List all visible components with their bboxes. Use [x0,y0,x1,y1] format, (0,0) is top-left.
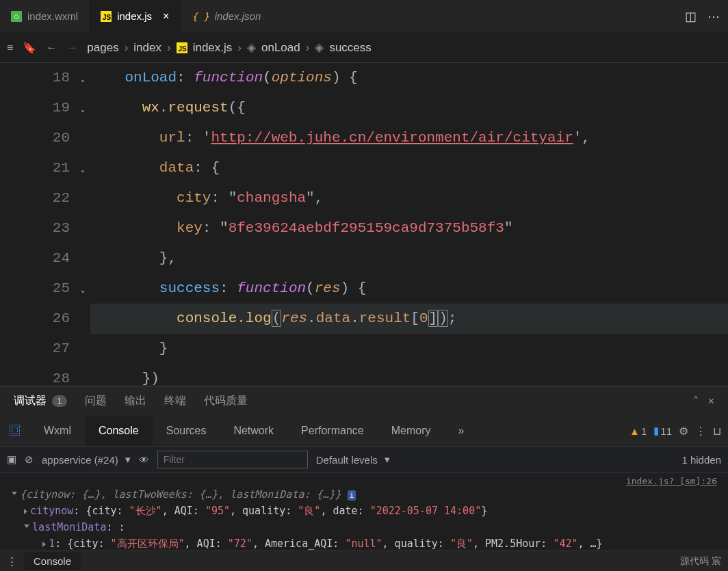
dock-icon[interactable]: ⊔ [713,425,721,438]
cube-icon: ◈ [315,40,324,55]
breadcrumb-item[interactable]: onLoad [261,41,300,55]
console-row[interactable]: lastMoniData: : [5,519,723,535]
toggle-sidebar-icon[interactable]: ▣ [7,453,16,466]
close-icon[interactable]: × [163,10,169,23]
list-icon[interactable]: ≡ [7,42,13,54]
devtab-memory[interactable]: Memory [378,416,445,446]
devtools-tab-bar: ⿴ Wxml Console Sources Network Performan… [0,416,728,446]
context-selector[interactable]: appservice (#24) ▾ [42,453,131,466]
breadcrumb-item[interactable]: pages [87,41,118,55]
editor-tab-bar: ◇ index.wxml JS index.js × { } index.jso… [0,0,728,33]
chevron-down-icon: ▾ [125,453,131,466]
status-bar: ⋮ Console 源代码 宸 [0,550,728,571]
status-right: 源代码 宸 [680,555,728,568]
console-row[interactable]: citynow: {city: "长沙", AQI: "95", quality… [5,503,723,519]
hidden-count[interactable]: 1 hidden [681,454,721,466]
devtab-performance[interactable]: Performance [287,416,378,446]
close-panel-icon[interactable]: × [708,395,714,408]
clear-console-icon[interactable]: ⊘ [25,453,34,466]
panel-tab-output[interactable]: 输出 [125,394,146,408]
split-editor-icon[interactable]: ◫ [685,9,697,24]
settings-icon[interactable]: ⚙ [679,425,688,438]
tab-label: index.js [117,10,152,22]
levels-label: Default levels [316,454,378,466]
panel-tab-quality[interactable]: 代码质量 [204,394,248,408]
bookmark-icon[interactable]: 🔖 [23,41,36,54]
json-icon: { } [192,11,209,22]
devtab-sources[interactable]: Sources [153,416,220,446]
console-output[interactable]: index.js? [sm]:26 {citynow: {…}, lastTwo… [0,473,728,550]
levels-selector[interactable]: Default levels ▾ [316,453,390,466]
action-bar: ≡ 🔖 ← → pages › index › JS index.js › ◈ … [0,33,728,63]
warning-count[interactable]: ▲1 [629,425,647,437]
tab-index-wxml[interactable]: ◇ index.wxml [0,0,90,32]
tab-label: index.json [215,10,261,22]
js-icon: JS [101,11,112,22]
info-count[interactable]: ▮11 [653,425,672,437]
source-link[interactable]: index.js? [sm]:26 [5,476,723,486]
kebab-icon[interactable]: ⋮ [695,425,706,438]
live-expression-icon[interactable]: 👁 [139,454,149,466]
devtab-wxml[interactable]: Wxml [30,416,85,446]
chevron-down-icon: ▾ [385,453,390,466]
console-row[interactable]: 1: {city: "高开区环保局", AQI: "72", America_A… [5,535,723,550]
line-gutter: 18˅19˅2021˅22232425˅262728 [0,63,90,386]
info-icon: i [348,490,356,501]
tab-index-js[interactable]: JS index.js × [90,0,181,32]
cube-icon: ◈ [247,40,256,55]
breadcrumb-item[interactable]: index [133,41,161,55]
breadcrumb[interactable]: pages › index › JS index.js › ◈ onLoad ›… [87,40,371,55]
panel-tab-terminal[interactable]: 终端 [164,394,186,408]
filter-input[interactable] [157,451,308,468]
breadcrumb-item[interactable]: index.js [193,41,233,55]
code-editor[interactable]: 18˅19˅2021˅22232425˅262728 onLoad: funct… [0,63,728,386]
tab-label: index.wxml [27,10,78,22]
tab-index-json[interactable]: { } index.json [181,0,272,32]
panel-tab-bar: 调试器 1 问题 输出 终端 代码质量 ˄ × [0,386,728,416]
console-drawer-toggle[interactable]: Console [24,552,81,570]
devtab-console[interactable]: Console [85,416,153,446]
console-row[interactable]: {citynow: {…}, lastTwoWeeks: {…}, lastMo… [5,486,723,503]
panel-tab-debugger[interactable]: 调试器 1 [14,394,67,408]
kebab-icon[interactable]: ⋮ [0,555,24,568]
more-icon[interactable]: ⋯ [707,9,720,24]
wxml-icon: ◇ [11,11,22,22]
console-toolbar: ▣ ⊘ appservice (#24) ▾ 👁 Default levels … [0,446,728,473]
inspect-icon[interactable]: ⿴ [10,425,21,437]
debugger-count-badge: 1 [52,395,66,407]
breadcrumb-item[interactable]: success [329,41,371,55]
js-icon: JS [177,42,187,53]
more-tabs-icon[interactable]: » [444,416,478,446]
code-content[interactable]: onLoad: function(options) { wx.request({… [90,63,728,386]
devtab-network[interactable]: Network [220,416,287,446]
forward-icon[interactable]: → [66,42,77,54]
back-icon[interactable]: ← [46,42,57,54]
chevron-up-icon[interactable]: ˄ [693,395,699,408]
context-label: appservice (#24) [42,454,118,466]
panel-tab-problems[interactable]: 问题 [85,394,107,408]
